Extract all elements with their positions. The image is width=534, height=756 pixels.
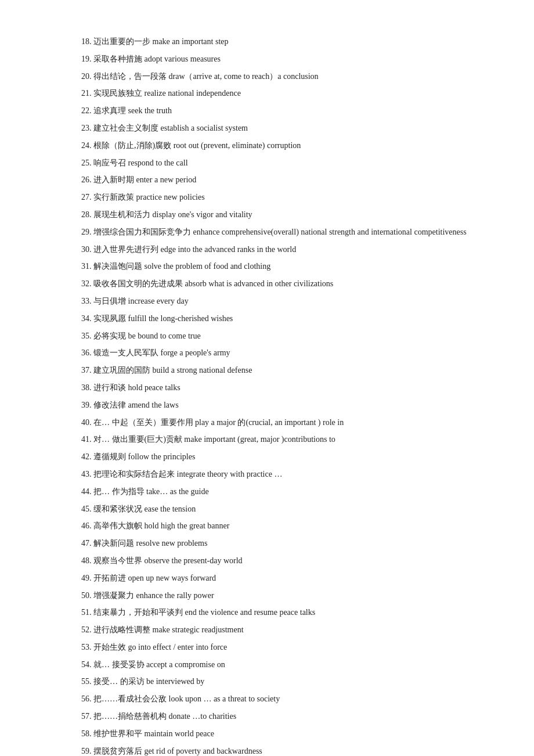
item-text: 根除（防止,消除)腐败 root out (prevent, eliminate… — [93, 141, 301, 150]
item-number: 44. — [81, 487, 93, 496]
list-item: 32. 吸收各国文明的先进成果 absorb what is advanced … — [81, 277, 476, 291]
item-text: 维护世界和平 maintain world peace — [93, 729, 214, 738]
item-number: 46. — [81, 521, 93, 530]
item-text: 进行战略性调整 make strategic readjustment — [93, 625, 244, 634]
list-item: 51. 结束暴力，开始和平谈判 end the violence and res… — [81, 606, 476, 620]
item-number: 19. — [81, 55, 93, 63]
item-number: 26. — [81, 175, 93, 184]
list-item: 56. 把……看成社会公敌 look upon … as a threat to… — [81, 692, 476, 706]
item-number: 24. — [81, 141, 93, 150]
item-text: 把… 作为指导 take… as the guide — [93, 487, 209, 496]
list-item: 36. 锻造一支人民军队 forge a people's army — [81, 346, 476, 360]
list-item: 35. 必将实现 be bound to come true — [81, 329, 476, 343]
item-number: 55. — [81, 677, 93, 686]
item-text: 采取各种措施 adopt various measures — [93, 55, 221, 63]
item-text: 把理论和实际结合起来 integrate theory with practic… — [93, 470, 282, 478]
item-number: 38. — [81, 383, 93, 392]
list-item: 18. 迈出重要的一步 make an important step — [81, 35, 476, 49]
vocabulary-list: 18. 迈出重要的一步 make an important step19. 采取… — [81, 35, 476, 756]
item-text: 观察当今世界 observe the present-day world — [93, 556, 243, 565]
list-item: 28. 展现生机和活力 display one's vigor and vita… — [81, 208, 476, 222]
item-number: 54. — [81, 660, 93, 669]
item-text: 得出结论，告一段落 draw（arrive at, come to reach）… — [93, 72, 319, 81]
list-item: 52. 进行战略性调整 make strategic readjustment — [81, 623, 476, 637]
list-item: 46. 高举伟大旗帜 hold high the great banner — [81, 519, 476, 533]
list-item: 25. 响应号召 respond to the call — [81, 156, 476, 170]
item-text: 响应号召 respond to the call — [93, 159, 188, 167]
list-item: 45. 缓和紧张状况 ease the tension — [81, 502, 476, 516]
item-number: 32. — [81, 279, 93, 288]
item-text: 建立巩固的国防 build a strong national defense — [93, 366, 252, 375]
item-number: 58. — [81, 729, 93, 738]
item-number: 30. — [81, 245, 93, 254]
item-number: 52. — [81, 625, 93, 634]
item-text: 增强凝聚力 enhance the rally power — [93, 591, 214, 600]
item-text: 迈出重要的一步 make an important step — [93, 37, 229, 46]
item-text: 对… 做出重要(巨大)贡献 make important (great, maj… — [93, 435, 335, 444]
item-number: 29. — [81, 228, 93, 236]
item-text: 解决新问题 resolve new problems — [93, 539, 207, 548]
item-number: 53. — [81, 643, 93, 651]
item-text: 遵循规则 follow the principles — [93, 452, 195, 461]
item-number: 49. — [81, 574, 93, 582]
list-item: 22. 追求真理 seek the truth — [81, 104, 476, 118]
item-text: 必将实现 be bound to come true — [93, 332, 201, 340]
item-text: 锻造一支人民军队 forge a people's army — [93, 348, 230, 357]
item-number: 47. — [81, 539, 93, 548]
item-number: 43. — [81, 470, 93, 478]
item-text: 解决温饱问题 solve the problem of food and clo… — [93, 262, 270, 271]
item-number: 48. — [81, 556, 93, 565]
item-number: 56. — [81, 694, 93, 703]
list-item: 40. 在… 中起（至关）重要作用 play a major 的(crucial… — [81, 416, 476, 430]
item-text: 进入新时期 enter a new period — [93, 175, 196, 184]
list-item: 27. 实行新政策 practice new policies — [81, 190, 476, 204]
item-text: 在… 中起（至关）重要作用 play a major 的(crucial, an… — [93, 418, 344, 427]
item-text: 与日俱增 increase every day — [93, 297, 189, 305]
list-item: 19. 采取各种措施 adopt various measures — [81, 52, 476, 66]
item-text: 高举伟大旗帜 hold high the great banner — [93, 521, 229, 530]
item-number: 50. — [81, 591, 93, 600]
item-number: 27. — [81, 193, 93, 201]
item-number: 21. — [81, 89, 93, 98]
item-number: 35. — [81, 332, 93, 340]
item-number: 45. — [81, 505, 93, 513]
item-number: 37. — [81, 366, 93, 375]
item-number: 40. — [81, 418, 93, 427]
item-text: 把……捐给慈善机构 donate …to charities — [93, 712, 236, 721]
item-text: 实现夙愿 fulfill the long-cherished wishes — [93, 314, 233, 323]
list-item: 38. 进行和谈 hold peace talks — [81, 381, 476, 395]
item-text: 接受… 的采访 be interviewed by — [93, 677, 204, 686]
list-item: 24. 根除（防止,消除)腐败 root out (prevent, elimi… — [81, 139, 476, 153]
item-number: 57. — [81, 712, 93, 721]
item-number: 23. — [81, 124, 93, 132]
list-item: 59. 摆脱贫穷落后 get rid of poverty and backwa… — [81, 744, 476, 756]
list-item: 49. 开拓前进 open up new ways forward — [81, 571, 476, 585]
item-number: 33. — [81, 297, 93, 305]
item-text: 实行新政策 practice new policies — [93, 193, 205, 201]
list-item: 21. 实现民族独立 realize national independence — [81, 87, 476, 100]
item-text: 增强综合国力和国际竞争力 enhance comprehensive(overa… — [93, 228, 467, 236]
item-number: 39. — [81, 401, 93, 409]
list-item: 55. 接受… 的采访 be interviewed by — [81, 675, 476, 689]
list-item: 30. 进入世界先进行列 edge into the advanced rank… — [81, 243, 476, 257]
item-text: 开始生效 go into effect / enter into force — [93, 643, 227, 651]
item-text: 进入世界先进行列 edge into the advanced ranks in… — [93, 245, 296, 254]
item-number: 42. — [81, 452, 93, 461]
item-text: 把……看成社会公敌 look upon … as a threat to soc… — [93, 694, 280, 703]
item-number: 20. — [81, 72, 93, 81]
item-text: 结束暴力，开始和平谈判 end the violence and resume … — [93, 608, 315, 617]
item-text: 缓和紧张状况 ease the tension — [93, 505, 196, 513]
item-number: 51. — [81, 608, 93, 617]
list-item: 50. 增强凝聚力 enhance the rally power — [81, 589, 476, 603]
item-number: 28. — [81, 210, 93, 219]
list-item: 54. 就… 接受妥协 accept a compromise on — [81, 658, 476, 672]
item-number: 41. — [81, 435, 93, 444]
item-text: 吸收各国文明的先进成果 absorb what is advanced in o… — [93, 279, 333, 288]
list-item: 44. 把… 作为指导 take… as the guide — [81, 485, 476, 499]
list-item: 33. 与日俱增 increase every day — [81, 294, 476, 308]
list-item: 37. 建立巩固的国防 build a strong national defe… — [81, 363, 476, 377]
list-item: 31. 解决温饱问题 solve the problem of food and… — [81, 260, 476, 273]
item-text: 修改法律 amend the laws — [93, 401, 179, 409]
list-item: 42. 遵循规则 follow the principles — [81, 450, 476, 464]
list-item: 23. 建立社会主义制度 establish a socialist syste… — [81, 121, 476, 135]
